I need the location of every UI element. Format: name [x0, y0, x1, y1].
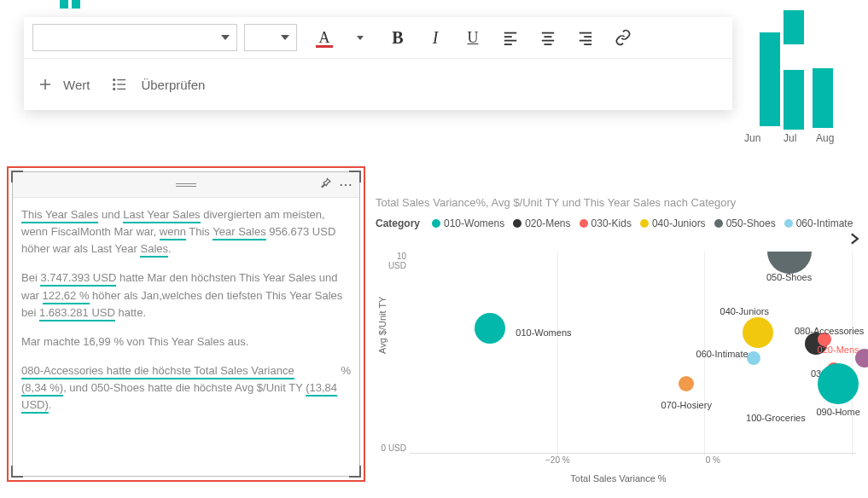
font-size-dropdown[interactable] [244, 24, 297, 51]
bubble-label: 050-Shoes [766, 272, 812, 282]
bubble-juniors[interactable] [743, 317, 773, 348]
underline-button[interactable]: U [457, 24, 488, 51]
review-label: Überprüfen [141, 78, 205, 92]
xtick-jun: Jun [744, 132, 760, 144]
x-ticks: −20 % 0 % [410, 453, 856, 465]
y-ticks: 10 USD 0 USD [377, 252, 406, 453]
xtick-jul: Jul [784, 132, 796, 144]
legend-item[interactable]: 060-Intimate [784, 217, 853, 229]
link-button[interactable] [608, 24, 638, 51]
bubble-shoes[interactable] [767, 252, 812, 274]
align-left-button[interactable] [495, 24, 526, 51]
narrative-text[interactable]: This Year Sales und Last Year Sales dive… [13, 198, 359, 434]
legend-item[interactable]: 030-Kids [580, 217, 632, 229]
font-family-dropdown[interactable] [32, 24, 237, 51]
scatter-plot-area: 10 USD 0 USD 050-Shoes 010-Womens 040-Ju… [410, 252, 856, 465]
svg-point-16 [114, 84, 115, 85]
bubble-label: 100-Groceries [746, 413, 806, 423]
pin-icon[interactable] [318, 177, 332, 193]
visual-header: ⋯ [13, 172, 359, 198]
bubble-label: 090-Home [816, 407, 859, 417]
chart-title: Total Sales Variance%, Avg $/Unit TY und… [376, 196, 861, 209]
bold-button[interactable]: B [382, 24, 413, 51]
italic-button[interactable]: I [420, 24, 451, 51]
align-right-button[interactable] [570, 24, 601, 51]
legend-item[interactable]: 010-Womens [432, 217, 504, 229]
bubble-home[interactable] [818, 363, 859, 404]
bubble-extra[interactable] [855, 349, 868, 368]
bubble-label: 080-Accessories [795, 326, 864, 336]
legend-scroll-right-icon[interactable] [849, 233, 861, 245]
bubble-label: 040-Juniors [720, 306, 769, 316]
text-format-toolbar: A B I U Wert Überprüfen [24, 17, 732, 110]
smart-narrative-selection: ⋯ This Year Sales und Last Year Sales di… [7, 166, 365, 482]
font-color-dropdown[interactable] [345, 24, 376, 51]
more-options-icon[interactable]: ⋯ [339, 177, 352, 193]
bubble-label: 010-Womens [516, 327, 571, 338]
font-color-button[interactable]: A [309, 24, 340, 51]
bubble-label: 070-Hosiery [661, 400, 712, 410]
align-center-button[interactable] [533, 24, 563, 51]
x-axis-label: Total Sales Variance % [376, 473, 861, 484]
legend-item[interactable]: 020-Mens [513, 217, 570, 229]
legend-item[interactable]: 040-Juniors [640, 217, 706, 229]
review-icon[interactable] [112, 71, 127, 98]
svg-point-18 [114, 89, 115, 90]
chart-legend: Category 010-Womens 020-Mens 030-Kids 04… [376, 217, 861, 245]
drag-grip-icon[interactable] [176, 182, 196, 188]
bubble-womens[interactable] [475, 313, 505, 344]
bubble-label: 020-Mens [818, 345, 859, 355]
smart-narrative-visual[interactable]: ⋯ This Year Sales und Last Year Sales di… [12, 171, 360, 477]
bubble-label: 060-Intimate [696, 349, 749, 359]
svg-point-14 [114, 79, 115, 81]
bubble-hosiery[interactable] [679, 376, 694, 391]
bubble-intimate[interactable] [747, 351, 760, 365]
xtick-aug: Aug [816, 132, 834, 144]
add-value-label: Wert [63, 78, 90, 92]
scatter-chart[interactable]: Total Sales Variance%, Avg $/Unit TY und… [376, 196, 861, 491]
legend-item[interactable]: 050-Shoes [714, 217, 776, 229]
add-value-button[interactable] [38, 71, 53, 98]
legend-title: Category [376, 217, 420, 229]
